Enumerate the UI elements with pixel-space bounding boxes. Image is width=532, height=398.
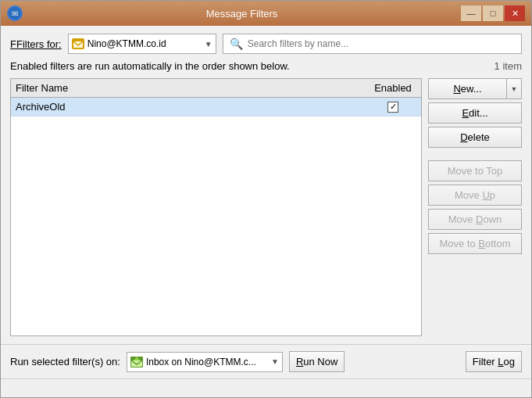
table-body: ArchiveOld ✓ <box>11 98 421 335</box>
window-controls: — □ ✕ <box>461 5 525 21</box>
content-area: FFilters for: Nino@KTMM.co.id ▼ 🔍 <box>1 26 531 344</box>
filters-for-row: FFilters for: Nino@KTMM.co.id ▼ 🔍 <box>10 34 522 54</box>
filter-table: Filter Name Enabled ArchiveOld ✓ <box>10 78 422 336</box>
new-button[interactable]: New... <box>428 78 506 99</box>
account-name: Nino@KTMM.co.id <box>87 38 202 49</box>
col-filter-name: Filter Name <box>16 82 370 94</box>
move-to-top-button[interactable]: Move to Top <box>428 160 522 181</box>
table-row[interactable]: ArchiveOld ✓ <box>11 98 421 117</box>
col-enabled: Enabled <box>370 82 416 94</box>
filter-enabled-cell[interactable]: ✓ <box>370 102 416 113</box>
minimize-button[interactable]: — <box>461 5 481 21</box>
main-area: Filter Name Enabled ArchiveOld ✓ Ne <box>10 78 522 336</box>
account-dropdown[interactable]: Nino@KTMM.co.id ▼ <box>68 34 216 54</box>
filter-name-cell: ArchiveOld <box>16 101 370 113</box>
inbox-name: Inbox on Nino@KTMM.c... <box>146 357 268 368</box>
window-title: Message Filters <box>23 8 461 20</box>
item-count: 1 item <box>495 60 522 72</box>
status-bar <box>1 378 531 397</box>
inbox-dropdown-arrow: ▼ <box>271 357 279 366</box>
move-to-bottom-button[interactable]: Move to Bottom <box>428 233 522 254</box>
app-icon: ✉ <box>7 5 23 21</box>
svg-text:✉: ✉ <box>12 9 18 18</box>
filter-checkbox[interactable]: ✓ <box>387 102 398 113</box>
run-now-button[interactable]: Run Now <box>289 351 345 372</box>
account-icon <box>72 38 84 49</box>
inbox-icon <box>130 357 143 368</box>
filters-for-label: FFilters for: <box>10 38 62 50</box>
search-box[interactable]: 🔍 <box>223 34 522 54</box>
search-input[interactable] <box>248 38 515 49</box>
bottom-bar: Run selected filter(s) on: Inbox on Nino… <box>1 344 531 378</box>
run-label: Run selected filter(s) on: <box>10 356 120 368</box>
message-filters-window: ✉ Message Filters — □ ✕ FFilters for: <box>0 0 532 398</box>
right-buttons-panel: New... ▼ Edit... Delete Move to Top Move… <box>428 78 522 336</box>
inbox-dropdown[interactable]: Inbox on Nino@KTMM.c... ▼ <box>127 352 283 372</box>
title-bar: ✉ Message Filters — □ ✕ <box>1 1 531 26</box>
info-row: Enabled filters are run automatically in… <box>10 60 522 72</box>
filter-log-button[interactable]: Filter Log <box>466 351 522 372</box>
table-header: Filter Name Enabled <box>11 79 421 98</box>
close-button[interactable]: ✕ <box>505 5 525 21</box>
new-button-group: New... ▼ <box>428 78 522 99</box>
new-dropdown-button[interactable]: ▼ <box>506 78 522 99</box>
maximize-button[interactable]: □ <box>483 5 503 21</box>
info-text: Enabled filters are run automatically in… <box>10 60 290 72</box>
move-up-button[interactable]: Move Up <box>428 185 522 206</box>
move-down-button[interactable]: Move Down <box>428 209 522 230</box>
account-dropdown-arrow: ▼ <box>205 40 212 48</box>
delete-button[interactable]: Delete <box>428 127 522 148</box>
search-icon: 🔍 <box>230 38 243 50</box>
edit-button[interactable]: Edit... <box>428 102 522 124</box>
